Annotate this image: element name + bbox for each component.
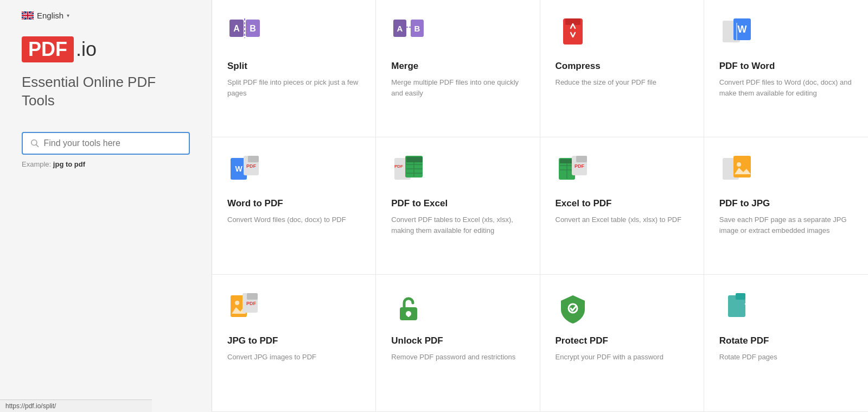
tool-desc-unlock-pdf: Remove PDF password and restrictions xyxy=(391,352,524,363)
language-chevron-icon: ▾ xyxy=(67,12,69,18)
svg-text:A: A xyxy=(233,24,240,33)
status-bar: https://pdf.io/split/ xyxy=(0,400,152,412)
tool-card-protect-pdf[interactable]: Protect PDF Encrypt your PDF with a pass… xyxy=(540,275,704,412)
tools-grid: A B Split Split PDF file into pieces or … xyxy=(212,0,868,412)
merge-icon: A B xyxy=(391,16,426,51)
tool-card-compress[interactable]: Compress Reduce the size of your PDF fil… xyxy=(540,0,704,137)
tool-card-excel-to-pdf[interactable]: PDF Excel to PDF Convert an Excel table … xyxy=(540,137,704,275)
tool-desc-pdf-to-excel: Convert PDF tables to Excel (xls, xlsx),… xyxy=(391,214,524,236)
tool-card-rotate-pdf[interactable]: Rotate PDF Rotate PDF pages xyxy=(704,275,868,412)
uk-flag-icon xyxy=(22,11,34,20)
tool-title-pdf-to-excel: PDF to Excel xyxy=(391,198,524,209)
tool-title-pdf-to-word: PDF to Word xyxy=(719,61,853,72)
protect-icon xyxy=(556,291,590,326)
svg-rect-26 xyxy=(406,157,423,162)
svg-point-44 xyxy=(235,301,239,305)
tool-title-protect-pdf: Protect PDF xyxy=(556,335,688,346)
tool-desc-excel-to-pdf: Convert an Excel table (xls, xlsx) to PD… xyxy=(556,214,688,225)
svg-point-42 xyxy=(737,162,741,167)
tool-card-pdf-to-word[interactable]: W PDF to Word Convert PDF files to Word … xyxy=(704,0,868,137)
tool-card-word-to-pdf[interactable]: W PDF Word to PDF Convert Word files (do… xyxy=(212,137,376,275)
tool-card-pdf-to-excel[interactable]: PDF PDF to Excel Convert PDF tables to E… xyxy=(376,137,540,275)
tool-desc-rotate-pdf: Rotate PDF pages xyxy=(719,352,853,363)
excel-to-pdf-icon: PDF xyxy=(556,154,590,188)
svg-rect-50 xyxy=(407,314,410,317)
svg-text:W: W xyxy=(737,24,746,35)
tool-desc-protect-pdf: Encrypt your PDF with a password xyxy=(556,352,688,363)
tool-desc-merge: Merge multiple PDF files into one quickl… xyxy=(391,77,524,98)
tool-desc-compress: Reduce the size of your PDF file xyxy=(556,77,688,88)
language-selector[interactable]: English ▾ xyxy=(22,11,190,20)
tool-card-jpg-to-pdf[interactable]: PDF JPG to PDF Convert JPG images to PDF xyxy=(212,275,376,412)
tool-desc-pdf-to-word: Convert PDF files to Word (doc, docx) an… xyxy=(719,77,853,98)
compress-icon xyxy=(556,16,590,51)
pdf-to-word-icon: W xyxy=(719,16,754,51)
tool-desc-jpg-to-pdf: Convert JPG images to PDF xyxy=(227,352,360,363)
logo-suffix: .io xyxy=(76,38,97,61)
tool-title-rotate-pdf: Rotate PDF xyxy=(719,335,853,346)
example-hint: Example: jpg to pdf xyxy=(22,160,190,168)
svg-text:PDF: PDF xyxy=(246,163,257,169)
search-icon xyxy=(30,138,39,148)
word-to-pdf-icon: W PDF xyxy=(227,154,262,188)
split-icon: A B xyxy=(227,16,262,51)
tool-title-jpg-to-pdf: JPG to PDF xyxy=(227,335,360,346)
tool-card-split[interactable]: A B Split Split PDF file into pieces or … xyxy=(212,0,376,137)
language-label: English xyxy=(37,11,63,20)
tool-title-unlock-pdf: Unlock PDF xyxy=(391,335,524,346)
tool-desc-pdf-to-jpg: Save each PDF page as a separate JPG ima… xyxy=(719,214,853,236)
svg-text:B: B xyxy=(414,24,420,33)
tool-card-pdf-to-jpg[interactable]: PDF to JPG Save each PDF page as a separ… xyxy=(704,137,868,275)
tool-title-word-to-pdf: Word to PDF xyxy=(227,198,360,209)
tool-title-excel-to-pdf: Excel to PDF xyxy=(556,198,688,209)
svg-rect-46 xyxy=(247,293,258,300)
tool-title-compress: Compress xyxy=(556,61,688,72)
tool-card-merge[interactable]: A B Merge Merge multiple PDF files into … xyxy=(376,0,540,137)
search-input[interactable] xyxy=(43,138,181,148)
search-box[interactable] xyxy=(22,132,190,155)
svg-text:A: A xyxy=(397,24,403,33)
svg-rect-38 xyxy=(576,156,587,162)
svg-text:PDF: PDF xyxy=(246,301,257,306)
svg-text:W: W xyxy=(235,164,242,173)
pdf-to-jpg-icon xyxy=(719,154,754,188)
rotate-icon xyxy=(719,291,754,326)
status-url: https://pdf.io/split/ xyxy=(5,402,56,410)
sidebar: English ▾ PDF .io Essential Online PDF T… xyxy=(0,0,212,412)
tool-desc-split: Split PDF file into pieces or pick just … xyxy=(227,77,360,98)
svg-line-2 xyxy=(36,144,38,147)
svg-rect-53 xyxy=(736,293,745,300)
pdf-to-excel-icon: PDF xyxy=(391,154,426,188)
unlock-icon xyxy=(391,291,426,326)
tool-card-unlock-pdf[interactable]: Unlock PDF Remove PDF password and restr… xyxy=(376,275,540,412)
jpg-to-pdf-icon: PDF xyxy=(227,291,262,326)
logo-area[interactable]: PDF .io xyxy=(22,36,190,62)
svg-text:PDF: PDF xyxy=(394,164,403,169)
tagline: Essential Online PDF Tools xyxy=(22,73,190,110)
svg-text:B: B xyxy=(250,24,256,33)
tool-desc-word-to-pdf: Convert Word files (doc, docx) to PDF xyxy=(227,214,360,225)
tool-title-pdf-to-jpg: PDF to JPG xyxy=(719,198,853,209)
tool-title-merge: Merge xyxy=(391,61,524,72)
tool-title-split: Split xyxy=(227,61,360,72)
svg-text:PDF: PDF xyxy=(575,163,585,169)
logo-pdf: PDF xyxy=(22,36,74,62)
svg-rect-22 xyxy=(248,156,259,162)
